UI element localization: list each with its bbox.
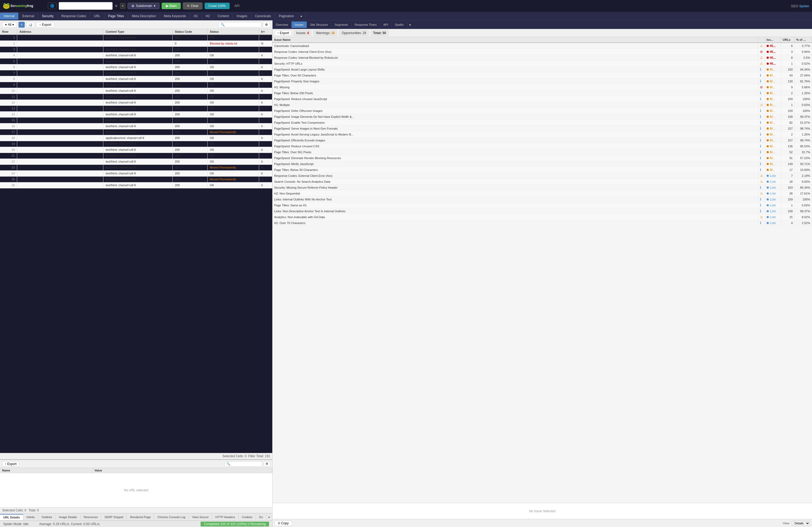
table-row[interactable]: 11 text/html; charset=utf-8 200 OK Ir xyxy=(0,94,272,100)
issues-row[interactable]: Page Titles: Over 60 Characters ℹ M... 4… xyxy=(273,73,812,78)
globe-button[interactable]: 🌐 xyxy=(48,3,57,9)
issues-row[interactable]: PageSpeed: Avoid Large Layout Shifts ℹ M… xyxy=(273,66,812,73)
tab-resources[interactable]: Resources xyxy=(81,514,102,520)
url-input[interactable] xyxy=(59,2,113,10)
table-row[interactable]: 25 text/html; charset=utf-8 301 Moved Pe… xyxy=(0,176,272,182)
right-tab-overview[interactable]: Overview xyxy=(273,21,292,28)
issues-row[interactable]: PageSpeed: Serve Images in Next-Gen Form… xyxy=(273,125,812,132)
issues-row[interactable]: Response Codes: Internal Client Error (4… xyxy=(273,49,812,55)
tab-internal[interactable]: Internal xyxy=(0,13,18,19)
right-tab-api[interactable]: API xyxy=(380,21,392,28)
tab-response-codes[interactable]: Response Codes xyxy=(57,13,90,19)
right-tab-issues[interactable]: Issues xyxy=(292,21,307,28)
table-row[interactable]: 10 text/html; charset=utf-8 200 OK Ir xyxy=(0,88,272,94)
table-row[interactable]: 9 text/html; charset=utf-8 200 OK Ir xyxy=(0,82,272,88)
tab-http-headers[interactable]: HTTP Headers xyxy=(212,514,238,520)
table-row[interactable]: 12 text/html; charset=utf-8 200 OK Ir xyxy=(0,100,272,105)
issues-row[interactable]: Response Codes: External Client Error (4… xyxy=(273,173,812,179)
issues-row[interactable]: Links: Non-Descriptive Anchor Text In In… xyxy=(273,208,812,214)
export-button-right[interactable]: ↑ Export xyxy=(275,30,292,36)
issues-row[interactable]: Response Codes: Internal Blocked by Robo… xyxy=(273,55,812,61)
issues-row[interactable]: PageSpeed: Efficiently Encode Images ℹ M… xyxy=(273,137,812,143)
issues-row[interactable]: H1: Over 70 Characters ℹ Low 4 2.52% xyxy=(273,220,812,226)
issues-row[interactable]: PageSpeed: Defer Offscreen Images ℹ M...… xyxy=(273,108,812,114)
left-settings-button[interactable]: ⚙ xyxy=(263,22,270,28)
tab-inlinks[interactable]: Inlinks xyxy=(23,514,39,520)
clear-button[interactable]: ✕ Clear xyxy=(183,2,202,10)
tab-external[interactable]: External xyxy=(18,13,38,19)
table-row[interactable]: 24 text/html; charset=utf-8 200 OK Ir xyxy=(0,170,272,176)
issues-row[interactable]: PageSpeed: Enable Text Compression ℹ M..… xyxy=(273,120,812,125)
table-row[interactable]: 19 text/html; charset=utf-8 200 OK Ir xyxy=(0,141,272,147)
view-select[interactable]: Details Charts xyxy=(792,521,810,526)
issues-row[interactable]: PageSpeed: Reduce Unused CSS ℹ M... 136 … xyxy=(273,143,812,149)
table-row[interactable]: 4 text/html; charset=utf-8 200 OK Ir xyxy=(0,52,272,58)
issues-row[interactable]: Page Titles: Below 30 Characters ℹ M... … xyxy=(273,167,812,173)
table-row[interactable]: 8 text/html; charset=utf-8 200 OK Ir xyxy=(0,76,272,82)
right-more-button[interactable]: ▸ xyxy=(407,21,413,28)
issues-row[interactable]: Search Console: No Search Analytics Data… xyxy=(273,179,812,185)
clear-x-button[interactable]: ✕ xyxy=(115,4,118,8)
tab-h2[interactable]: H2 xyxy=(202,13,214,19)
tab-image-details[interactable]: Image Details xyxy=(56,514,80,520)
tab-outlinks[interactable]: Outlinks xyxy=(39,514,56,520)
issues-row[interactable]: PageSpeed: Image Elements Do Not Have Ex… xyxy=(273,114,812,120)
issues-row[interactable]: Canonicals: Canonicalised ⚠ Hi... 6 3.77… xyxy=(273,43,812,49)
issues-row[interactable]: PageSpeed: Eliminate Render-Blocking Res… xyxy=(273,155,812,161)
detail-search-input[interactable] xyxy=(231,462,258,466)
tab-cookies[interactable]: Cookies xyxy=(238,514,256,520)
filter-button[interactable]: ▾ All ▾ xyxy=(2,22,17,27)
tab-url[interactable]: URL xyxy=(90,13,104,19)
tab-security[interactable]: Security xyxy=(38,13,57,19)
issues-row[interactable]: H1: Missing ⊘ M... 9 5.66% xyxy=(273,84,812,90)
export-button-left[interactable]: ↑ Export xyxy=(36,22,54,27)
right-tab-response-times[interactable]: Response Times xyxy=(351,21,380,28)
tab-pagination[interactable]: Pagination xyxy=(275,13,298,19)
table-row[interactable]: 2 0 Blocked by robots.txt N xyxy=(0,41,272,46)
issues-row[interactable]: Page Titles: Over 561 Pixels ℹ M... 52 3… xyxy=(273,149,812,155)
right-tab-site-structure[interactable]: Site Structure xyxy=(307,21,332,28)
tab-chrome-console[interactable]: Chrome Console Log xyxy=(155,514,189,520)
table-row[interactable]: 14 text/html; charset=utf-8 200 OK Ir xyxy=(0,111,272,117)
table-row[interactable]: 1 text/html; charset=utf-8 200 OK Ir xyxy=(0,35,272,41)
table-row[interactable]: 26 text/html; charset=utf-8 200 OK Ir xyxy=(0,182,272,188)
issues-row[interactable]: H1: Multiple ⚠ M... 1 0.63% xyxy=(273,102,812,108)
tab-images[interactable]: Images xyxy=(233,13,251,19)
issues-row[interactable]: Analytics: Non-Indexable with GA Data ⚠ … xyxy=(273,214,812,220)
tab-meta-keywords[interactable]: Meta Keywords xyxy=(160,13,190,19)
right-tab-segments[interactable]: Segments xyxy=(331,21,351,28)
table-row[interactable]: 3 text/html; charset=utf-8 200 OK Ir xyxy=(0,46,272,52)
table-row[interactable]: 18 application/xml; charset=utf-8 200 OK… xyxy=(0,135,272,141)
tab-meta-description[interactable]: Meta Description xyxy=(128,13,160,19)
tab-view-source[interactable]: View Source xyxy=(189,514,212,520)
right-tab-spellin[interactable]: Spellin xyxy=(392,21,407,28)
table-row[interactable]: 20 text/html; charset=utf-8 200 OK Ir xyxy=(0,147,272,153)
table-row[interactable]: 17 text/html; charset=utf-8 301 Moved Pe… xyxy=(0,129,272,135)
table-row[interactable]: 15 text/html; charset=utf-8 200 OK Ir xyxy=(0,117,272,123)
nav-more-button[interactable]: ▸ xyxy=(298,13,305,19)
tab-h1[interactable]: H1 xyxy=(190,13,202,19)
issues-row[interactable]: Page Titles: Same as H1 ℹ Low 1 0.63% xyxy=(273,202,812,208)
issues-row[interactable]: PageSpeed: Minify JavaScript ℹ M... 149 … xyxy=(273,161,812,167)
tab-content[interactable]: Content xyxy=(214,13,233,19)
start-button[interactable]: ▶ Start xyxy=(162,3,181,9)
api-button[interactable]: API xyxy=(232,3,242,9)
issues-row[interactable]: PageSpeed: Properly Size Images ℹ M... 1… xyxy=(273,78,812,84)
table-row[interactable]: 22 text/html; charset=utf-8 200 OK Ir xyxy=(0,159,272,165)
tab-canonicals[interactable]: Canonicals xyxy=(251,13,275,19)
issues-row[interactable]: PageSpeed: Reduce Unused JavaScript ℹ M.… xyxy=(273,96,812,102)
issues-row[interactable]: PageSpeed: Avoid Serving Legacy JavaScri… xyxy=(273,132,812,137)
detail-settings-button[interactable]: ⚙ xyxy=(264,461,270,466)
issues-row[interactable]: H2: Non-Sequential ⚠ Low 28 17.61% xyxy=(273,191,812,196)
export-button-detail[interactable]: ↑ Export xyxy=(2,461,19,467)
copy-button[interactable]: ⎘ Copy xyxy=(275,521,292,526)
table-row[interactable]: 7 text/html; charset=utf-8 200 OK N xyxy=(0,70,272,76)
table-row[interactable]: 13 text/html; charset=utf-8 200 OK Ir xyxy=(0,105,272,111)
issues-row[interactable]: Security: HTTP URLs ⚠ Hi... 1 0.52% xyxy=(273,61,812,66)
tab-rendered-page[interactable]: Rendered Page xyxy=(127,514,154,520)
table-row[interactable]: 6 text/html; charset=utf-8 200 OK Ir xyxy=(0,64,272,70)
url-dropdown-button[interactable]: ▾ xyxy=(120,3,126,9)
tab-serp-snippet[interactable]: SERP Snippet xyxy=(101,514,127,520)
table-row[interactable]: 5 text/html; charset=utf-8 200 OK Ir xyxy=(0,58,272,64)
tab-page-titles[interactable]: Page Titles xyxy=(104,13,128,19)
